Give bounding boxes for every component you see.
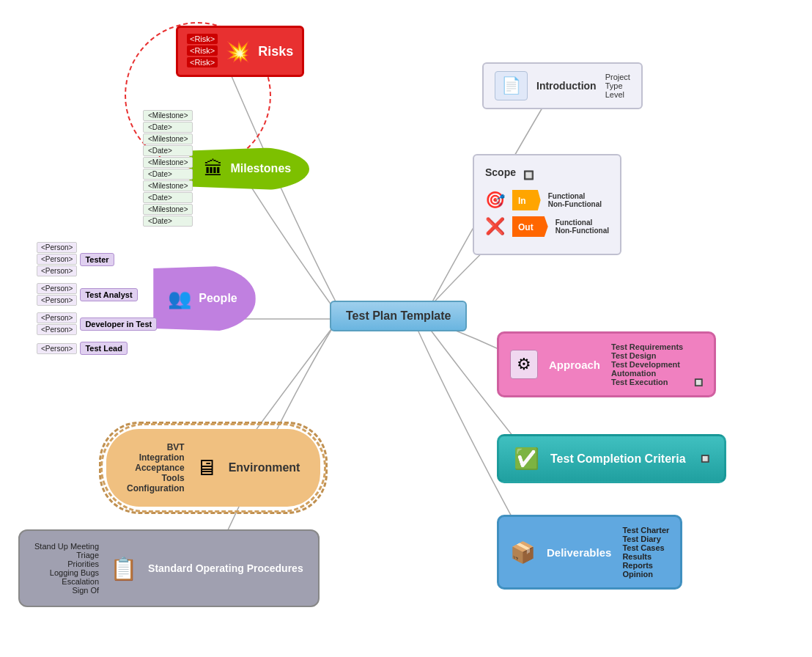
- scope-label: Scope: [485, 166, 516, 178]
- approach-item-2: Test Design: [611, 351, 683, 360]
- environment-list: BVT Integration Acceptance Tools Configu…: [127, 442, 185, 493]
- milestones-label: Milestones: [230, 162, 291, 175]
- scope-out-icon: ❌: [485, 217, 505, 236]
- people-roles: <Person> <Person> <Person> Tester <Perso…: [37, 242, 157, 355]
- lead-person-1: <Person>: [37, 343, 77, 354]
- scope-icon: 🔲: [523, 170, 534, 180]
- tester-group: <Person> <Person> <Person> Tester: [37, 242, 157, 276]
- people-bubble: 👥 People: [153, 265, 255, 332]
- scope-out-list: Functional Non-Functional: [556, 219, 609, 235]
- deliverables-label: Deliverables: [547, 546, 611, 559]
- approach-icon-box: ⚙: [510, 350, 538, 379]
- intro-item-3: Level: [605, 90, 630, 99]
- scope-node: Scope 🔲 🎯 In Functional Non-Functional ❌…: [473, 154, 621, 255]
- env-item-4: Tools: [127, 473, 185, 483]
- risks-icon: 💥: [225, 40, 251, 64]
- deliverables-item-6: Opinion: [622, 570, 669, 579]
- risk-item-3: <Risk>: [187, 57, 218, 67]
- milestone-4: <Milestone>: [143, 180, 193, 191]
- scope-out-row: ❌ Out Functional Non-Functional: [485, 216, 609, 237]
- scope-out-label: Out: [518, 222, 534, 232]
- risk-item-1: <Risk>: [187, 34, 218, 44]
- milestones-bubble: 🏛 Milestones: [189, 147, 309, 191]
- approach-list: Test Requirements Test Design Test Devel…: [611, 342, 683, 386]
- milestone-date-5: <Date>: [143, 216, 193, 227]
- introduction-list: Project Type Level: [605, 73, 630, 99]
- sop-label: Standard Operating Procedures: [148, 562, 303, 574]
- tcc-label: Test Completion Criteria: [550, 452, 686, 466]
- lead-group: <Person> Test Lead: [37, 342, 157, 355]
- deliverables-item-5: Reports: [622, 561, 669, 570]
- deliverables-icon: 📦: [510, 540, 536, 565]
- sop-item-1: Stand Up Meeting: [34, 542, 99, 551]
- milestones-icon: 🏛: [204, 158, 223, 180]
- tester-person-1: <Person>: [37, 242, 77, 253]
- sop-icon: 📋: [110, 556, 137, 581]
- scope-in-label: In: [518, 196, 526, 206]
- approach-item-4: Automation: [611, 369, 683, 378]
- environment-label: Environment: [229, 461, 300, 474]
- developer-label: Developer in Test: [80, 318, 157, 331]
- risk-item-2: <Risk>: [187, 45, 218, 56]
- developer-person-2: <Person>: [37, 324, 77, 335]
- env-item-5: Configuration: [127, 483, 185, 493]
- analyst-label: Test Analyst: [80, 288, 137, 301]
- center-label: Test Plan Template: [346, 309, 451, 322]
- tester-person-3: <Person>: [37, 265, 77, 276]
- tcc-node: ✅ Test Completion Criteria 🔲: [497, 434, 726, 483]
- approach-item-5: Test Execution: [611, 378, 683, 386]
- scope-out-item-1: Functional: [556, 219, 609, 227]
- milestones-node: <Milestone> <Date> <Milestone> <Date> <M…: [143, 110, 309, 227]
- scope-out-item-2: Non-Functional: [556, 227, 609, 235]
- risks-node: <Risk> <Risk> <Risk> 💥 Risks: [176, 26, 304, 77]
- developer-person-1: <Person>: [37, 312, 77, 323]
- milestones-list: <Milestone> <Date> <Milestone> <Date> <M…: [143, 110, 193, 227]
- sop-item-6: Sign Of: [34, 586, 99, 595]
- deliverables-node: 📦 Deliverables Test Charter Test Diary T…: [497, 515, 682, 590]
- deliverables-item-1: Test Charter: [622, 526, 669, 535]
- people-node: <Person> <Person> <Person> Tester <Perso…: [37, 242, 256, 355]
- sop-item-2: Triage: [34, 551, 99, 559]
- approach-item-1: Test Requirements: [611, 342, 683, 351]
- analyst-person-2: <Person>: [37, 295, 77, 306]
- deliverables-item-3: Test Cases: [622, 543, 669, 552]
- people-icon: 👥: [168, 287, 191, 310]
- deliverables-list: Test Charter Test Diary Test Cases Resul…: [622, 526, 669, 579]
- deliverables-item-4: Results: [622, 552, 669, 561]
- scope-in-icon: 🎯: [485, 191, 505, 210]
- milestone-3: <Milestone>: [143, 157, 193, 168]
- tester-person-2: <Person>: [37, 254, 77, 265]
- environment-bubble: BVT Integration Acceptance Tools Configu…: [106, 429, 320, 507]
- milestone-2: <Milestone>: [143, 133, 193, 144]
- scope-in-row: 🎯 In Functional Non-Functional: [485, 190, 609, 210]
- env-item-1: BVT: [127, 442, 185, 452]
- approach-node: ⚙ Approach Test Requirements Test Design…: [497, 331, 716, 397]
- milestone-date-2: <Date>: [143, 145, 193, 156]
- milestone-date-4: <Date>: [143, 192, 193, 203]
- people-label: People: [199, 292, 237, 305]
- tcc-small-icon: 🔲: [701, 455, 709, 463]
- milestone-5: <Milestone>: [143, 204, 193, 215]
- sop-node: Stand Up Meeting Triage Priorities Loggi…: [18, 529, 320, 607]
- risks-label: Risks: [258, 44, 293, 59]
- lead-label: Test Lead: [80, 342, 128, 355]
- milestone-1: <Milestone>: [143, 110, 193, 121]
- environment-node: BVT Integration Acceptance Tools Configu…: [106, 429, 320, 507]
- introduction-node: 📄 Introduction Project Type Level: [482, 62, 643, 109]
- tester-label: Tester: [80, 253, 114, 266]
- developer-group: <Person> <Person> Developer in Test: [37, 312, 157, 335]
- tcc-icon: ✅: [514, 447, 539, 471]
- env-item-3: Acceptance: [127, 463, 185, 473]
- milestone-date-3: <Date>: [143, 169, 193, 180]
- introduction-label: Introduction: [536, 80, 597, 92]
- scope-in-list: Functional Non-Functional: [548, 192, 602, 208]
- deliverables-item-2: Test Diary: [622, 535, 669, 543]
- env-item-2: Integration: [127, 452, 185, 463]
- environment-icon: 🖥: [196, 455, 218, 480]
- center-node: Test Plan Template: [330, 301, 467, 331]
- approach-icon: ⚙: [517, 355, 531, 373]
- scope-in-item-2: Non-Functional: [548, 200, 602, 208]
- approach-small-icon: 🔲: [694, 378, 703, 386]
- introduction-icon: 📄: [501, 76, 521, 95]
- intro-item-1: Project: [605, 73, 630, 81]
